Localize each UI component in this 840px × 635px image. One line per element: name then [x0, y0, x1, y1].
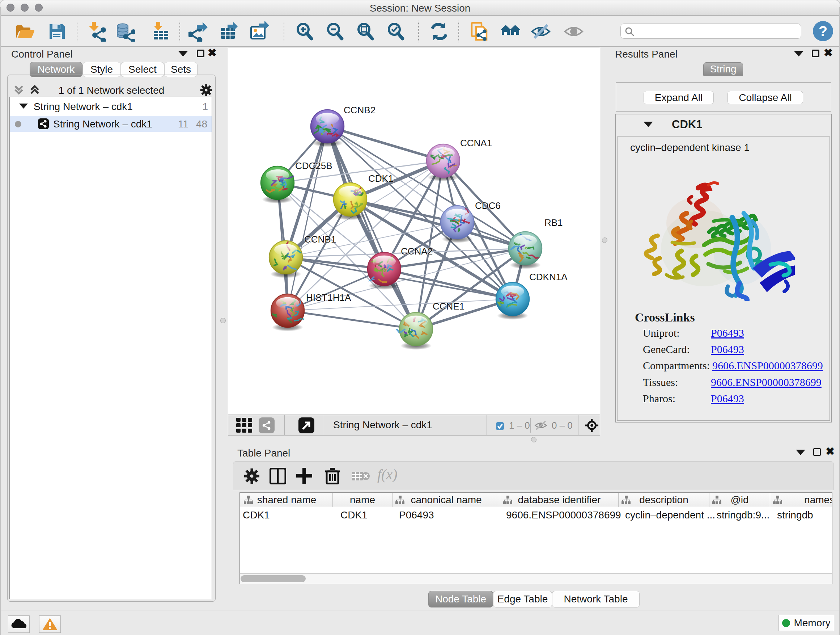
svg-text:CDC25B: CDC25B	[295, 160, 332, 171]
svg-text:CCNA2: CCNA2	[401, 246, 433, 257]
svg-text:CDKN1A: CDKN1A	[529, 272, 568, 282]
svg-text:CDC6: CDC6	[475, 200, 501, 211]
svg-text:CCNA1: CCNA1	[460, 138, 492, 149]
svg-text:RB1: RB1	[545, 217, 563, 228]
svg-text:CCNB1: CCNB1	[304, 234, 336, 245]
svg-text:CDK1: CDK1	[368, 173, 393, 184]
svg-text:HIST1H1A: HIST1H1A	[306, 292, 351, 303]
svg-text:CCNE1: CCNE1	[433, 301, 464, 312]
svg-text:CCNB2: CCNB2	[344, 105, 376, 116]
